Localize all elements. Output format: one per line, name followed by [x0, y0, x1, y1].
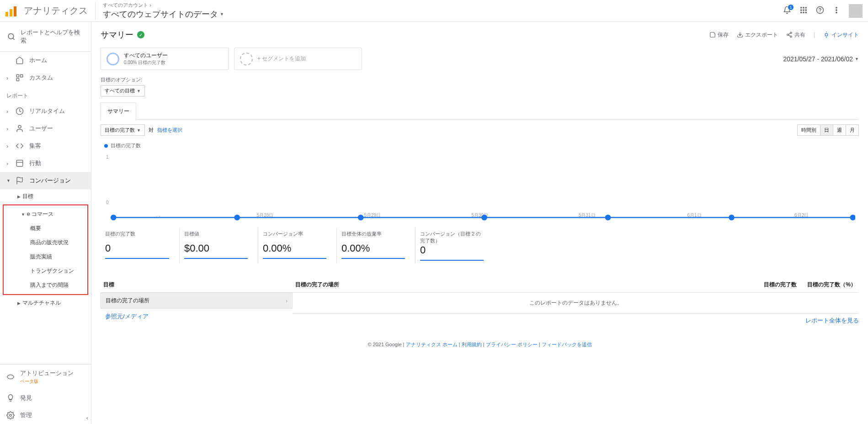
search-placeholder: レポートとヘルプを検索	[21, 28, 84, 45]
dot-icon	[104, 144, 108, 148]
top-bar: アナリティクス すべてのアカウント › すべてのウェブサイトのデータ▼ 1	[0, 0, 868, 22]
footer-link-home[interactable]: アナリティクス ホーム	[406, 342, 458, 347]
svg-point-6	[801, 12, 802, 13]
metric-primary-select[interactable]: 目標の完了数▼	[101, 124, 145, 136]
sidebar-subitem-ecommerce[interactable]: ▼e コマース	[4, 207, 87, 221]
sidebar-item-home[interactable]: ホーム	[0, 52, 91, 69]
clock-icon	[16, 107, 24, 115]
table-dim-source-medium[interactable]: 参照元/メディア	[105, 313, 149, 320]
footer-link-privacy[interactable]: プライバシー ポリシー	[486, 342, 538, 347]
tab-summary[interactable]: サマリー	[101, 102, 136, 120]
segment-all-users[interactable]: すべてのユーザー 0.00% 目標の完了数	[101, 48, 229, 70]
svg-line-29	[788, 35, 790, 36]
metric-secondary-select[interactable]: 指標を選択	[157, 127, 182, 134]
kpi-label: 目標の完了数	[105, 231, 169, 242]
more-icon[interactable]	[832, 6, 841, 16]
sidebar-item-label: マルチチャネル	[22, 299, 61, 307]
gear-icon	[6, 411, 15, 419]
collapse-icon[interactable]: ‹	[86, 414, 88, 421]
time-hourly[interactable]: 時間別	[798, 125, 820, 135]
sidebar-item-label: ユーザー	[29, 124, 53, 133]
time-week[interactable]: 週	[833, 125, 846, 135]
footer-link-terms[interactable]: 利用規約	[462, 342, 482, 347]
sidebar-item-behavior[interactable]: › 行動	[0, 155, 91, 172]
time-day[interactable]: 日	[820, 125, 833, 135]
svg-point-39	[605, 215, 611, 220]
bell-icon[interactable]: 1	[783, 6, 791, 16]
sidebar-subitem-transactions[interactable]: トランザクション	[4, 264, 87, 278]
caret-down-icon: ▼	[220, 12, 224, 16]
segment-circle-icon	[107, 53, 119, 65]
sidebar-item-realtime[interactable]: › リアルタイム	[0, 102, 91, 120]
svg-rect-21	[16, 160, 23, 166]
sidebar-subitem-sales-perf[interactable]: 販売実績	[4, 250, 87, 264]
full-report-link[interactable]: レポート全体を見る	[805, 317, 859, 324]
kpi-label: コンバージョン率	[263, 231, 326, 242]
home-icon	[16, 56, 24, 64]
analytics-icon	[5, 5, 16, 16]
goal-select[interactable]: すべての目標▼	[101, 85, 145, 97]
share-button[interactable]: 共有	[786, 31, 805, 39]
legend-label: 目標の完了数	[111, 142, 141, 149]
segment-title: すべてのユーザー	[124, 52, 168, 59]
segment-add[interactable]: + セグメントを追加	[234, 48, 362, 70]
goal-option-label: 目標のオプション:	[101, 76, 859, 83]
sidebar-subitem-goals[interactable]: ▶目標	[0, 189, 91, 204]
footer-link-feedback[interactable]: フィードバックを送信	[542, 342, 592, 347]
reports-label: レポート	[0, 86, 91, 102]
sidebar-item-label: リアルタイム	[29, 107, 65, 115]
kpi-value: 0.00%	[263, 242, 326, 254]
apps-icon[interactable]	[799, 6, 808, 16]
kpi-value: 0	[105, 242, 169, 254]
sidebar-item-conversion[interactable]: ▼ コンバージョン	[0, 172, 91, 189]
svg-point-0	[801, 7, 802, 8]
sidebar: レポートとヘルプを検索 ホーム › カスタム レポート › リアルタイム › ユ…	[0, 22, 91, 424]
acquisition-icon	[16, 142, 24, 150]
beta-badge: ベータ版	[20, 379, 38, 384]
time-granularity: 時間別 日 週 月	[797, 124, 859, 136]
svg-point-20	[18, 125, 21, 128]
sidebar-item-attribution[interactable]: アトリビューションベータ版	[0, 365, 91, 389]
sidebar-item-admin[interactable]: 管理	[0, 407, 91, 424]
sidebar-item-audience[interactable]: › ユーザー	[0, 120, 91, 137]
time-month[interactable]: 月	[846, 125, 858, 135]
kpi-label: 目標値	[184, 231, 248, 242]
sidebar-item-label: e コマース	[27, 210, 53, 218]
kpi-row: 目標の完了数0目標値$0.00コンバージョン率0.00%目標全体の放棄率0.00…	[101, 228, 859, 263]
search-row[interactable]: レポートとヘルプを検索	[0, 22, 91, 52]
export-button[interactable]: エクスポート	[737, 31, 778, 39]
app-title: アナリティクス	[24, 5, 88, 17]
date-range-picker[interactable]: 2021/05/27 - 2021/06/02▼	[783, 48, 859, 70]
help-icon[interactable]	[816, 6, 824, 16]
account-breadcrumb: すべてのアカウント ›	[103, 2, 224, 9]
sidebar-item-label: 管理	[20, 411, 32, 419]
attribution-icon	[6, 373, 15, 381]
kpi-label: コンバージョン（目標 2 の完了数）	[420, 231, 484, 244]
behavior-icon	[16, 159, 24, 167]
save-button[interactable]: 保存	[709, 31, 729, 39]
sidebar-item-acquisition[interactable]: › 集客	[0, 137, 91, 155]
account-picker[interactable]: すべてのアカウント › すべてのウェブサイトのデータ▼	[95, 2, 224, 20]
segment-add-label: + セグメントを追加	[257, 55, 306, 63]
svg-line-15	[13, 38, 14, 39]
sidebar-subitem-overview[interactable]: 概要	[4, 221, 87, 236]
sidebar-subitem-multichannel[interactable]: ▶マルチチャネル	[0, 296, 91, 310]
kpi-card[interactable]: コンバージョン率0.00%	[258, 228, 331, 263]
kpi-card[interactable]: 目標値$0.00	[179, 228, 252, 263]
sidebar-item-discover[interactable]: 発見	[0, 389, 91, 407]
sidebar-item-label: 行動	[29, 159, 41, 167]
search-icon	[7, 32, 15, 41]
sidebar-subitem-time-purchase[interactable]: 購入までの間隔	[4, 278, 87, 292]
svg-rect-16	[16, 75, 19, 77]
table-dim-goal-location[interactable]: 目標の完了の場所›	[101, 293, 293, 309]
caret-down-icon: ▼	[137, 89, 141, 93]
logo[interactable]: アナリティクス	[5, 5, 88, 17]
kpi-card[interactable]: 目標全体の放棄率0.00%	[336, 228, 410, 263]
sidebar-subitem-product-perf[interactable]: 商品の販売状況	[4, 236, 87, 250]
sidebar-item-custom[interactable]: › カスタム	[0, 69, 91, 86]
avatar[interactable]	[849, 4, 863, 18]
insight-button[interactable]: インサイト	[823, 31, 859, 39]
kpi-card[interactable]: コンバージョン（目標 2 の完了数）0	[415, 228, 488, 263]
svg-point-12	[836, 10, 837, 11]
kpi-card[interactable]: 目標の完了数0	[101, 228, 174, 263]
